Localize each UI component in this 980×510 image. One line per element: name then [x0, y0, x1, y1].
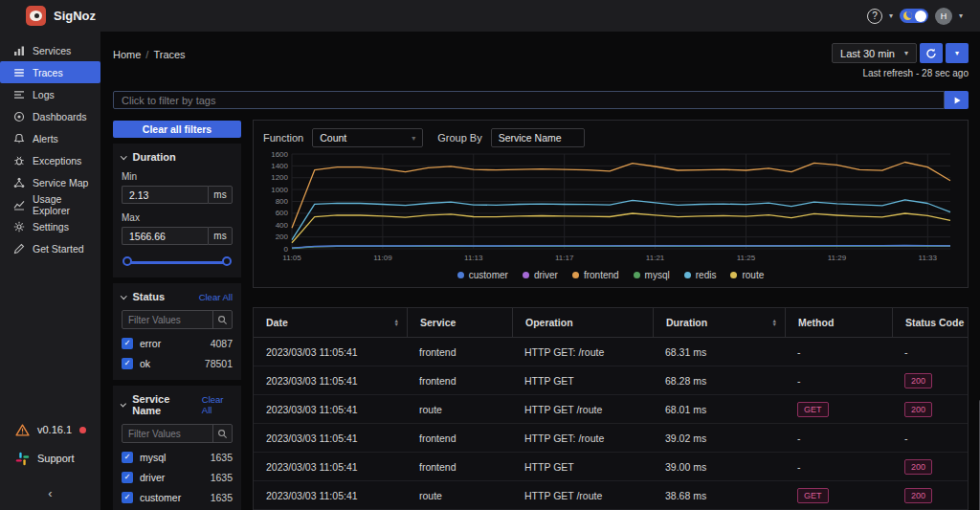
table-row[interactable]: 2023/03/03 11:05:41frontendHTTP GET: /ro…	[254, 424, 968, 453]
column-header-duration[interactable]: Duration▲▼	[653, 308, 785, 337]
chevron-down-icon[interactable]	[121, 293, 126, 299]
chevron-down-icon[interactable]	[121, 153, 126, 159]
breadcrumb-home[interactable]: Home	[113, 49, 141, 60]
brand[interactable]: SigNoz	[26, 6, 96, 26]
sidebar-collapse-chevron[interactable]: ‹	[0, 486, 100, 500]
table-row[interactable]: 2023/03/03 11:05:41frontendHTTP GET: /ro…	[254, 338, 968, 366]
duration-min-input[interactable]	[122, 186, 208, 204]
legend-label: redis	[696, 270, 717, 280]
checkbox-checked-icon[interactable]: ✓	[122, 358, 133, 369]
get-started-icon	[13, 243, 25, 255]
usage-explorer-icon	[13, 199, 25, 211]
search-icon[interactable]	[212, 311, 232, 328]
sidebar-item-logs[interactable]: Logs	[0, 83, 100, 105]
table-row[interactable]: 2023/03/03 11:05:41frontendHTTP GET68.28…	[254, 366, 968, 395]
cell-service: frontend	[407, 346, 512, 358]
legend-item-redis[interactable]: redis	[684, 270, 717, 280]
sidebar-item-label: Services	[33, 45, 71, 56]
sidebar-item-services[interactable]: Services	[0, 39, 100, 61]
filter-option-driver[interactable]: ✓driver1635	[122, 468, 233, 486]
legend-item-route[interactable]: route	[730, 270, 764, 280]
checkbox-checked-icon[interactable]: ✓	[122, 338, 133, 349]
search-icon[interactable]	[212, 425, 232, 442]
refresh-button[interactable]	[920, 43, 943, 63]
help-icon[interactable]: ?	[867, 9, 882, 24]
table-row[interactable]: 2023/03/03 11:05:41routeHTTP GET /route3…	[254, 481, 968, 510]
sidebar-item-get-started[interactable]: Get Started	[0, 237, 100, 259]
user-menu-caret-icon[interactable]: ▾	[959, 11, 963, 20]
function-select[interactable]: Count ▾	[312, 128, 423, 147]
filter-option-ok[interactable]: ✓ok78501	[122, 354, 233, 372]
cell-service: route	[407, 490, 512, 501]
slider-handle-max[interactable]	[222, 256, 232, 266]
sidebar-item-usage-explorer[interactable]: Usage Explorer	[0, 193, 100, 215]
legend-item-mysql[interactable]: mysql	[634, 270, 670, 280]
moon-icon	[903, 11, 912, 20]
refresh-options-button[interactable]: ▾	[946, 43, 969, 63]
duration-max-input[interactable]	[122, 227, 208, 245]
filter-option-error[interactable]: ✓error4087	[122, 334, 233, 352]
service-filter-input[interactable]	[122, 429, 212, 439]
cell-status-code: 200	[892, 488, 968, 503]
column-header-date[interactable]: Date▲▼	[254, 308, 407, 337]
status-search	[122, 310, 233, 329]
cell-duration: 68.31 ms	[653, 346, 785, 358]
sidebar-item-traces[interactable]: Traces	[0, 61, 100, 83]
sort-icon[interactable]: ▲▼	[394, 319, 399, 327]
tag-filter-input[interactable]	[113, 91, 945, 109]
run-filter-button[interactable]	[945, 91, 969, 109]
time-range-select[interactable]: Last 30 min ▾	[832, 43, 917, 63]
option-label: customer	[140, 492, 181, 503]
avatar[interactable]: H	[935, 8, 952, 25]
sidebar-item-alerts[interactable]: Alerts	[0, 127, 100, 149]
version-row[interactable]: v0.16.1	[0, 415, 100, 444]
warning-icon	[15, 424, 30, 436]
svg-text:11:33: 11:33	[919, 254, 938, 262]
svg-text:11:25: 11:25	[737, 254, 756, 262]
dark-mode-toggle[interactable]	[900, 9, 928, 23]
status-badge: GET	[797, 488, 829, 503]
legend-item-driver[interactable]: driver	[523, 270, 558, 280]
legend-dot-icon	[730, 272, 737, 278]
filter-panel: Clear all filters Duration Min ms Max ms	[113, 120, 241, 510]
option-count: 78501	[205, 358, 233, 369]
legend-item-customer[interactable]: customer	[457, 270, 508, 280]
duration-range-slider[interactable]	[123, 256, 231, 268]
chevron-down-icon[interactable]	[121, 401, 126, 407]
sort-icon[interactable]: ▲▼	[772, 319, 777, 327]
status-filter-input[interactable]	[122, 315, 212, 325]
breadcrumb-current[interactable]: Traces	[153, 49, 185, 60]
cell-date: 2023/03/03 11:05:41	[254, 461, 407, 473]
help-caret-icon[interactable]: ▾	[889, 11, 893, 20]
option-label: error	[140, 338, 161, 349]
cell-method: -	[785, 375, 892, 387]
filter-option-mysql[interactable]: ✓mysql1635	[122, 448, 233, 466]
table-row[interactable]: 2023/03/03 11:05:41routeHTTP GET /route6…	[254, 395, 968, 424]
exceptions-icon	[13, 155, 25, 166]
clear-all-link[interactable]: Clear All	[202, 394, 233, 415]
slider-handle-min[interactable]	[122, 256, 132, 266]
filter-option-customer[interactable]: ✓customer1635	[122, 488, 233, 506]
service-name-filter-section: Service Name Clear All ✓mysql1635✓driver…	[113, 386, 241, 510]
clear-all-link[interactable]: Clear All	[199, 292, 233, 302]
clear-all-filters-button[interactable]: Clear all filters	[113, 121, 241, 138]
group-by-select[interactable]: Service Name	[491, 128, 585, 147]
sidebar-item-service-map[interactable]: Service Map	[0, 171, 100, 193]
services-icon	[13, 45, 25, 56]
table-row[interactable]: 2023/03/03 11:05:41frontendHTTP GET39.00…	[254, 453, 968, 481]
sidebar-item-exceptions[interactable]: Exceptions	[0, 149, 100, 171]
support-row[interactable]: Support	[0, 444, 100, 473]
legend-label: route	[742, 270, 764, 280]
cell-duration: 39.02 ms	[653, 432, 785, 444]
legend-item-frontend[interactable]: frontend	[572, 270, 619, 280]
sidebar-item-dashboards[interactable]: Dashboards	[0, 105, 100, 127]
cell-date: 2023/03/03 11:05:41	[254, 404, 407, 415]
cell-operation: HTTP GET	[512, 375, 653, 387]
checkbox-checked-icon[interactable]: ✓	[122, 452, 133, 463]
cell-operation: HTTP GET /route	[512, 490, 653, 501]
cell-method: -	[785, 346, 892, 358]
checkbox-checked-icon[interactable]: ✓	[122, 492, 133, 503]
option-count: 4087	[211, 338, 233, 349]
sidebar-item-settings[interactable]: Settings	[0, 215, 100, 237]
checkbox-checked-icon[interactable]: ✓	[122, 472, 133, 483]
